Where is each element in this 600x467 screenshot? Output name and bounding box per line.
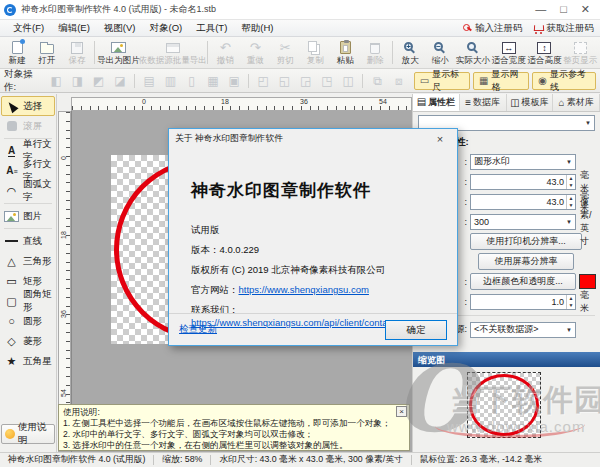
tab-materials[interactable]: ⌂素材库	[553, 94, 600, 111]
zoom-in-icon: +	[404, 42, 413, 51]
cut-scissors-icon: ✂	[280, 41, 291, 54]
tool-triangle[interactable]: △三角形	[1, 251, 55, 271]
minimize-button[interactable]: —	[535, 4, 546, 15]
align-left-icon: ▤	[140, 75, 158, 87]
trash-icon	[370, 43, 380, 54]
align-middle-icon: ◱	[275, 75, 293, 87]
tab-database[interactable]: ≡数据库	[460, 94, 507, 111]
spin-down-icon[interactable]: ▼	[567, 182, 575, 189]
menu-edit[interactable]: 编辑(E)	[51, 21, 97, 36]
fit-height-icon: ↕	[537, 42, 551, 54]
new-file-icon	[12, 41, 23, 54]
tool-line[interactable]: 直线	[1, 231, 55, 251]
spin-up-icon[interactable]: ▲	[567, 175, 575, 182]
v-ruler-label: 0	[60, 156, 67, 160]
actual-size-button[interactable]: 实际大小	[455, 38, 491, 67]
chevron-down-icon: ▼	[566, 327, 572, 333]
about-dialog-close-button[interactable]: ×	[429, 133, 451, 145]
status-app-name: 神奇水印图章制作软件 4.0 (试用版)	[0, 454, 153, 466]
show-guides-toggle[interactable]: ◉显示参考线	[532, 72, 596, 90]
menu-object[interactable]: 对象(O)	[142, 21, 189, 36]
tool-select[interactable]: 选择	[1, 96, 55, 116]
image-icon	[4, 211, 19, 222]
usage-help-button[interactable]: 使用说明	[1, 424, 55, 444]
status-watermark-size: 水印尺寸: 43.0 毫米 x 43.0 毫米, 300 像素/英寸	[211, 454, 410, 466]
database-icon: ≡	[465, 98, 471, 108]
menu-view[interactable]: 视图(V)	[97, 21, 143, 36]
object-operations-label: 对象操作:	[4, 68, 41, 94]
instruction-line: 1. 左侧工具栏中选择一个功能后，在画布区域按住鼠标左键拖动，即可添加一个对象；	[63, 418, 395, 429]
close-button[interactable]: ✕	[581, 4, 590, 15]
thumbnail-header: 缩览图	[413, 352, 600, 367]
official-site-link[interactable]: https://www.shenqxiangsu.com	[239, 284, 369, 295]
usage-instructions-panel: 使用说明: 1. 左侧工具栏中选择一个功能后，在画布区域按住鼠标左键拖动，即可添…	[58, 404, 410, 451]
ruler-icon: ▭	[420, 76, 429, 86]
spin-down-icon[interactable]: ▼	[567, 202, 575, 209]
export-image-icon	[111, 42, 126, 53]
border-color-swatch[interactable]	[579, 274, 596, 289]
tool-rounded-rectangle[interactable]: ▢圆角矩形	[1, 291, 55, 311]
copy-icon	[308, 41, 317, 52]
spin-down-icon[interactable]: ▼	[567, 302, 575, 309]
menu-file[interactable]: 文件(F)	[6, 21, 51, 36]
same-size-icon: ◫	[339, 75, 357, 87]
border-color-opacity-button[interactable]: 边框颜色和透明度...	[470, 273, 576, 290]
border-width-unit: 毫米	[576, 289, 595, 315]
about-dialog-body: 神奇水印图章制作软件 试用版 版本：4.0.0.229 版权所有 (C) 201…	[169, 149, 457, 328]
save-disk-icon	[71, 42, 83, 54]
tab-templates[interactable]: ◫模板库	[507, 94, 554, 111]
v-ruler-label: 18	[60, 231, 67, 239]
delete-button: 删除	[360, 38, 390, 67]
batch-export-icon	[166, 43, 180, 53]
ungroup-icon: ⧈	[390, 75, 408, 87]
hand-icon	[7, 121, 17, 131]
tool-diamond[interactable]: ◇菱形	[1, 331, 55, 351]
paste-button[interactable]: 粘贴	[330, 38, 360, 67]
fit-width-icon: ↔	[502, 42, 516, 54]
fit-height-button[interactable]: ↕适合高度	[527, 38, 563, 67]
menu-help[interactable]: 帮助(H)	[234, 21, 280, 36]
show-grid-toggle[interactable]: ▦显示网格	[473, 72, 529, 90]
use-screen-resolution-button[interactable]: 使用屏幕分辨率	[478, 253, 574, 270]
use-printer-resolution-button[interactable]: 使用打印机分辨率...	[470, 233, 582, 250]
show-ruler-toggle[interactable]: ▭显示标尺	[414, 72, 470, 90]
about-dialog: 关于 神奇水印图章制作软件 × 神奇水印图章制作软件 试用版 版本：4.0.0.…	[168, 128, 458, 346]
width-spinner[interactable]: 43.0▲▼	[470, 174, 576, 190]
tool-image[interactable]: 图片	[1, 206, 55, 226]
open-button[interactable]: 打开	[32, 38, 62, 67]
spin-up-icon[interactable]: ▲	[567, 195, 575, 202]
watermark-type-combo[interactable]: 圆形水印▼	[470, 154, 576, 170]
border-width-spinner[interactable]: 1.0▲▼	[470, 294, 576, 310]
open-folder-icon	[40, 44, 54, 54]
enter-registration-code-link[interactable]: 输入注册码	[463, 22, 523, 35]
grid-icon: ▦	[479, 76, 488, 86]
get-registration-code-link[interactable]: 获取注册码	[533, 22, 595, 35]
ok-button[interactable]: 确定	[385, 320, 447, 340]
cut-button: ✂剪切	[270, 38, 300, 67]
new-button[interactable]: 新建	[2, 38, 32, 67]
h-ruler-label: 18	[221, 98, 229, 105]
spin-up-icon[interactable]: ▲	[567, 295, 575, 302]
copy-button: 复制	[300, 38, 330, 67]
tab-properties[interactable]: ▤属性栏	[413, 94, 460, 111]
group-icon: ⧉	[368, 75, 386, 87]
export-image-button[interactable]: 导出为图片	[97, 38, 140, 67]
zoom-in-button[interactable]: +放大	[395, 38, 425, 67]
tool-star[interactable]: ★五角星	[1, 351, 55, 371]
tool-circle[interactable]: ○圆形	[1, 311, 55, 331]
tool-arc-text[interactable]: ◠圆弧文字	[1, 181, 55, 201]
key-icon	[463, 24, 472, 33]
dpi-combo[interactable]: 300▼	[470, 214, 576, 230]
maximize-button[interactable]: □	[560, 4, 567, 15]
check-update-link[interactable]: 检查更新	[179, 323, 217, 336]
datasource-combo[interactable]: <不关联数据源>▼	[470, 322, 576, 338]
bring-forward-icon: ◨	[68, 75, 86, 87]
zoom-out-button[interactable]: −缩小	[425, 38, 455, 67]
fit-width-button[interactable]: ↔适合宽度	[491, 38, 527, 67]
menu-tools[interactable]: 工具(T)	[189, 21, 234, 36]
instructions-close-button[interactable]: ×	[396, 406, 407, 417]
instructions-title: 使用说明:	[63, 407, 395, 418]
whole-page-icon	[574, 42, 587, 54]
height-spinner[interactable]: 43.0▲▼	[470, 194, 576, 210]
distribute-horizontal-icon: ▦	[204, 75, 222, 87]
